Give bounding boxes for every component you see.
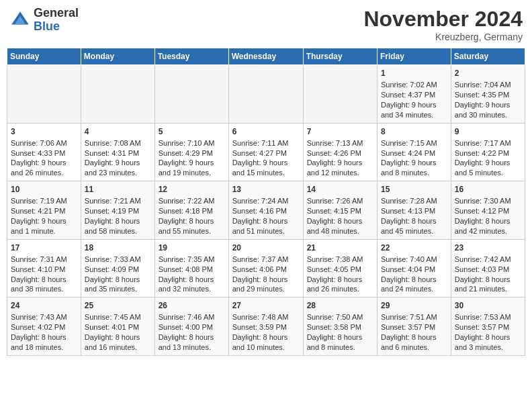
day-info: Daylight: 8 hours and 55 minutes. bbox=[159, 216, 225, 236]
day-number: 17 bbox=[11, 242, 77, 253]
day-info: Sunrise: 7:26 AM bbox=[307, 196, 373, 206]
day-info: Sunset: 3:57 PM bbox=[455, 322, 521, 332]
day-info: Sunset: 4:09 PM bbox=[85, 265, 151, 275]
day-info: Sunset: 4:15 PM bbox=[307, 206, 373, 216]
day-info: Sunset: 4:37 PM bbox=[381, 90, 447, 100]
day-info: Daylight: 8 hours and 8 minutes. bbox=[307, 332, 373, 353]
day-number: 25 bbox=[85, 300, 151, 311]
day-info: Sunrise: 7:30 AM bbox=[455, 196, 521, 206]
day-info: Sunset: 4:04 PM bbox=[381, 265, 447, 275]
day-info: Sunset: 4:24 PM bbox=[381, 148, 447, 158]
day-info: Daylight: 9 hours and 15 minutes. bbox=[232, 158, 300, 178]
day-number: 22 bbox=[381, 242, 447, 253]
day-info: Sunrise: 7:42 AM bbox=[455, 255, 521, 265]
calendar-day-cell: 30Sunrise: 7:53 AMSunset: 3:57 PMDayligh… bbox=[451, 298, 525, 356]
day-info: Daylight: 8 hours and 38 minutes. bbox=[11, 275, 77, 295]
day-number: 23 bbox=[455, 242, 521, 253]
calendar-table: SundayMondayTuesdayWednesdayThursdayFrid… bbox=[7, 48, 525, 356]
day-info: Sunrise: 7:53 AM bbox=[455, 312, 521, 322]
day-number: 26 bbox=[159, 300, 225, 311]
day-info: Sunrise: 7:11 AM bbox=[232, 138, 300, 148]
day-info: Daylight: 8 hours and 32 minutes. bbox=[159, 275, 225, 295]
day-number: 2 bbox=[455, 68, 521, 79]
day-info: Daylight: 8 hours and 18 minutes. bbox=[11, 332, 77, 353]
day-info: Daylight: 8 hours and 10 minutes. bbox=[232, 332, 300, 353]
calendar-header-row: SundayMondayTuesdayWednesdayThursdayFrid… bbox=[7, 48, 525, 65]
day-info: Daylight: 8 hours and 3 minutes. bbox=[455, 332, 521, 353]
calendar-day-cell: 6Sunrise: 7:11 AMSunset: 4:27 PMDaylight… bbox=[228, 123, 303, 181]
page-header: General Blue November 2024 Kreuzberg, Ge… bbox=[7, 7, 525, 42]
day-info: Sunrise: 7:22 AM bbox=[159, 196, 225, 206]
calendar-day-cell bbox=[7, 65, 81, 124]
day-number: 29 bbox=[381, 300, 447, 311]
day-number: 1 bbox=[381, 68, 447, 79]
logo: General Blue bbox=[9, 7, 79, 34]
day-info: Sunset: 4:21 PM bbox=[11, 206, 77, 216]
day-info: Daylight: 9 hours and 19 minutes. bbox=[159, 158, 225, 178]
day-info: Daylight: 8 hours and 42 minutes. bbox=[455, 216, 521, 236]
day-info: Sunrise: 7:33 AM bbox=[85, 255, 151, 265]
calendar-day-cell: 18Sunrise: 7:33 AMSunset: 4:09 PMDayligh… bbox=[81, 239, 154, 298]
logo-icon bbox=[9, 9, 31, 31]
day-info: Daylight: 9 hours and 23 minutes. bbox=[85, 158, 151, 178]
calendar-day-cell: 25Sunrise: 7:45 AMSunset: 4:01 PMDayligh… bbox=[81, 298, 154, 356]
calendar-week-row: 17Sunrise: 7:31 AMSunset: 4:10 PMDayligh… bbox=[7, 239, 525, 298]
calendar-day-cell bbox=[228, 65, 303, 124]
day-info: Sunrise: 7:45 AM bbox=[85, 312, 151, 322]
logo-line1: General bbox=[34, 7, 79, 20]
day-number: 21 bbox=[307, 242, 373, 253]
day-info: Daylight: 8 hours and 51 minutes. bbox=[232, 216, 300, 236]
calendar-day-cell: 26Sunrise: 7:46 AMSunset: 4:00 PMDayligh… bbox=[154, 298, 228, 356]
day-info: Sunrise: 7:28 AM bbox=[381, 196, 447, 206]
day-info: Sunrise: 7:08 AM bbox=[85, 138, 151, 148]
day-info: Sunrise: 7:06 AM bbox=[11, 138, 77, 148]
day-number: 28 bbox=[307, 300, 373, 311]
calendar-day-cell: 8Sunrise: 7:15 AMSunset: 4:24 PMDaylight… bbox=[377, 123, 451, 181]
day-info: Sunset: 4:26 PM bbox=[307, 148, 373, 158]
calendar-week-row: 1Sunrise: 7:02 AMSunset: 4:37 PMDaylight… bbox=[7, 65, 525, 124]
calendar-day-cell: 23Sunrise: 7:42 AMSunset: 4:03 PMDayligh… bbox=[451, 239, 525, 298]
day-info: Sunset: 4:02 PM bbox=[11, 322, 77, 332]
calendar-week-row: 10Sunrise: 7:19 AMSunset: 4:21 PMDayligh… bbox=[7, 181, 525, 240]
day-info: Sunset: 4:16 PM bbox=[232, 206, 300, 216]
logo-line2: Blue bbox=[34, 20, 79, 34]
day-info: Sunset: 4:03 PM bbox=[455, 265, 521, 275]
calendar-day-cell: 17Sunrise: 7:31 AMSunset: 4:10 PMDayligh… bbox=[7, 239, 81, 298]
calendar-day-cell: 13Sunrise: 7:24 AMSunset: 4:16 PMDayligh… bbox=[228, 181, 303, 240]
day-info: Daylight: 8 hours and 6 minutes. bbox=[381, 332, 447, 353]
day-info: Sunrise: 7:24 AM bbox=[232, 196, 300, 206]
day-info: Sunrise: 7:17 AM bbox=[455, 138, 521, 148]
day-number: 3 bbox=[11, 126, 77, 137]
day-info: Sunset: 4:27 PM bbox=[232, 148, 300, 158]
day-info: Sunrise: 7:48 AM bbox=[232, 312, 300, 322]
calendar-day-cell: 7Sunrise: 7:13 AMSunset: 4:26 PMDaylight… bbox=[303, 123, 377, 181]
calendar-day-cell: 16Sunrise: 7:30 AMSunset: 4:12 PMDayligh… bbox=[451, 181, 525, 240]
day-info: Sunrise: 7:21 AM bbox=[85, 196, 151, 206]
day-number: 15 bbox=[381, 184, 447, 195]
calendar-day-cell bbox=[303, 65, 377, 124]
day-number: 6 bbox=[232, 126, 300, 137]
day-info: Sunset: 4:06 PM bbox=[232, 265, 300, 275]
calendar-day-cell: 28Sunrise: 7:50 AMSunset: 3:58 PMDayligh… bbox=[303, 298, 377, 356]
month-title: November 2024 bbox=[363, 7, 523, 32]
day-info: Sunrise: 7:50 AM bbox=[307, 312, 373, 322]
calendar-day-cell bbox=[154, 65, 228, 124]
day-info: Sunset: 3:57 PM bbox=[381, 322, 447, 332]
day-info: Daylight: 9 hours and 26 minutes. bbox=[11, 158, 77, 178]
day-number: 27 bbox=[232, 300, 300, 311]
day-info: Sunrise: 7:51 AM bbox=[381, 312, 447, 322]
calendar-day-cell: 9Sunrise: 7:17 AMSunset: 4:22 PMDaylight… bbox=[451, 123, 525, 181]
day-number: 11 bbox=[85, 184, 151, 195]
calendar-day-cell: 2Sunrise: 7:04 AMSunset: 4:35 PMDaylight… bbox=[451, 65, 525, 124]
day-info: Daylight: 8 hours and 13 minutes. bbox=[159, 332, 225, 353]
day-info: Sunrise: 7:46 AM bbox=[159, 312, 225, 322]
calendar-day-cell: 3Sunrise: 7:06 AMSunset: 4:33 PMDaylight… bbox=[7, 123, 81, 181]
day-info: Sunrise: 7:37 AM bbox=[232, 255, 300, 265]
day-number: 4 bbox=[85, 126, 151, 137]
day-info: Sunset: 4:08 PM bbox=[159, 265, 225, 275]
day-number: 8 bbox=[381, 126, 447, 137]
day-info: Sunset: 4:01 PM bbox=[85, 322, 151, 332]
day-info: Sunrise: 7:13 AM bbox=[307, 138, 373, 148]
logo-text: General Blue bbox=[34, 7, 79, 34]
calendar-day-cell: 29Sunrise: 7:51 AMSunset: 3:57 PMDayligh… bbox=[377, 298, 451, 356]
